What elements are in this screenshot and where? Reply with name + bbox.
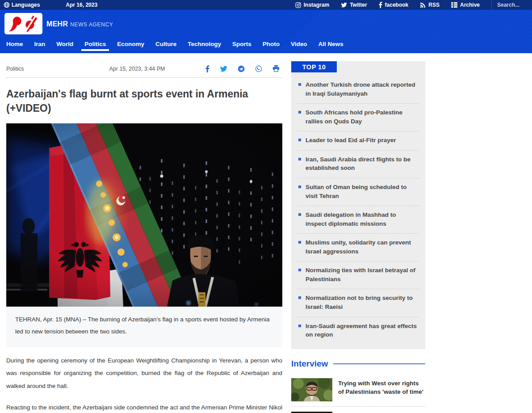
article-lead: TEHRAN, Apr. 15 (MNA) – The burning of A… (6, 307, 282, 347)
top10-item[interactable]: South Africans hold pro-Palestine rallie… (297, 104, 419, 131)
breadcrumb-category[interactable]: Politics (6, 66, 69, 72)
interview-item-title: Trying with West over rights of Palestin… (338, 378, 425, 401)
topbar-links: Instagram Twitter facebook RSS (295, 0, 532, 10)
facebook-link[interactable]: facebook (379, 2, 409, 8)
rss-label: RSS (428, 2, 440, 8)
brand: MEHRNEWS AGENCY (46, 20, 113, 28)
nav-item-technology[interactable]: Technology (188, 38, 221, 53)
mehr-logo[interactable] (4, 13, 42, 34)
share-telegram-icon[interactable] (238, 65, 245, 72)
interview-section: Interview (291, 359, 425, 413)
article-column: Politics Apr 15, 2023, 3:44 PM (6, 53, 282, 413)
search-input[interactable]: Search... (492, 2, 532, 8)
top10-item[interactable]: Sultan of Oman being scheduled to visit … (297, 178, 419, 206)
rss-icon (420, 2, 426, 8)
article-title: Azerbaijan's flag burnt at sports event … (6, 87, 282, 115)
publish-datetime: Apr 15, 2023, 3:44 PM (69, 66, 205, 72)
article-paragraph: During the opening ceremony of the Europ… (6, 354, 282, 392)
nav-item-sports[interactable]: Sports (232, 38, 251, 53)
mehr-logo-icon (8, 15, 39, 33)
nav-item-politics[interactable]: Politics (84, 38, 106, 53)
twitter-icon (341, 2, 347, 8)
share-bar (205, 65, 282, 72)
top10-item[interactable]: Iran, Saudi Arabia direct flights to be … (297, 151, 419, 178)
top10-item[interactable]: Iran-Saudi agreement has great effects o… (297, 317, 419, 345)
facebook-icon (379, 2, 382, 8)
share-twitter-icon[interactable] (220, 66, 227, 72)
brand-tagline: NEWS AGENCY (70, 21, 113, 28)
archive-label: Archive (460, 2, 480, 8)
top10-item[interactable]: Normalizing ties with Israel betrayal of… (297, 261, 419, 289)
print-icon[interactable] (272, 65, 280, 72)
languages-label: Languages (12, 2, 40, 8)
instagram-icon (295, 2, 301, 8)
instagram-label: Instagram (304, 2, 329, 8)
site-header: MEHRNEWS AGENCY Home Iran World Politics… (0, 10, 532, 53)
twitter-label: Twitter (350, 2, 367, 8)
facebook-label: facebook (385, 2, 409, 8)
archive-icon (451, 2, 457, 8)
nav-item-photo[interactable]: Photo (263, 38, 280, 53)
nav-item-culture[interactable]: Culture (155, 38, 176, 53)
nav-item-iran[interactable]: Iran (34, 38, 46, 53)
interview-item[interactable]: Iran has no blocked money in China: amba… (291, 407, 425, 413)
share-facebook-icon[interactable] (205, 65, 209, 72)
top10-item[interactable]: Muslims unity, solidarity can prevent Is… (297, 234, 419, 261)
brand-name: MEHR (46, 20, 68, 28)
nav-item-all-news[interactable]: All News (318, 38, 343, 53)
interview-header: Interview (291, 359, 425, 369)
article-photo (6, 123, 282, 307)
archive-link[interactable]: Archive (451, 2, 480, 8)
interview-thumbnail (291, 378, 332, 401)
interview-item[interactable]: Trying with West over rights of Palestin… (291, 373, 425, 407)
article-photo-block: TEHRAN, Apr. 15 (MNA) – The burning of A… (6, 123, 282, 347)
top10-item[interactable]: Normalization not to bring security to I… (297, 289, 419, 317)
article-paragraph: Reacting to the incident, the Azerbaijan… (6, 401, 282, 413)
rss-link[interactable]: RSS (420, 2, 440, 8)
topbar-date: Apr 16, 2023 (66, 2, 97, 8)
article-meta: Politics Apr 15, 2023, 3:44 PM (6, 60, 282, 78)
main-nav: Home Iran World Politics Economy Culture… (6, 38, 343, 53)
twitter-link[interactable]: Twitter (341, 2, 367, 8)
share-whatsapp-icon[interactable] (255, 65, 262, 72)
interview-title[interactable]: Interview (291, 359, 328, 369)
page: Languages Apr 16, 2023 Instagram Twitter (0, 0, 532, 413)
top10-item[interactable]: Leader to lead Eid al-Fitr prayer (297, 131, 419, 151)
globe-icon (4, 2, 10, 8)
top10-item[interactable]: Saudi delegation in Mashhad to inspect d… (297, 206, 419, 234)
topbar: Languages Apr 16, 2023 Instagram Twitter (0, 0, 532, 10)
top10-panel: TOP 10 Another Turkish drone attack repo… (291, 61, 425, 349)
top10-list: Another Turkish drone attack reported in… (291, 72, 425, 347)
article-body: During the opening ceremony of the Europ… (6, 354, 282, 413)
sidebar: TOP 10 Another Turkish drone attack repo… (291, 61, 425, 413)
nav-item-economy[interactable]: Economy (117, 38, 144, 53)
top10-tab[interactable]: TOP 10 (291, 61, 337, 72)
nav-item-world[interactable]: World (56, 38, 73, 53)
nav-item-home[interactable]: Home (6, 38, 23, 53)
interview-rule (333, 363, 425, 364)
languages-menu[interactable]: Languages (0, 2, 40, 8)
nav-item-video[interactable]: Video (291, 38, 307, 53)
top10-item[interactable]: Another Turkish drone attack reported in… (297, 76, 419, 104)
instagram-link[interactable]: Instagram (295, 2, 329, 8)
